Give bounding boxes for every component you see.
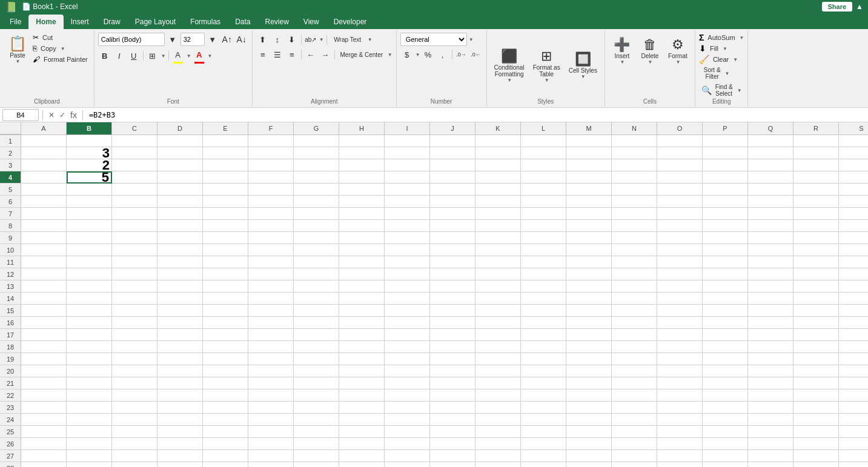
grid-body[interactable]: 1233245567891011121314151617181920212223… [0,135,868,467]
cell-F17[interactable] [248,329,294,341]
cell-N19[interactable] [612,353,657,365]
cell-S26[interactable] [839,438,868,450]
cell-D5[interactable] [157,184,203,196]
cell-E15[interactable] [203,305,248,317]
cell-E28[interactable] [203,462,248,467]
tab-home[interactable]: Home [28,15,63,29]
cell-K1[interactable] [475,135,521,147]
cell-H11[interactable] [339,256,385,268]
cell-K22[interactable] [475,389,521,402]
cell-S3[interactable] [839,159,868,171]
font-color-dropdown[interactable]: ▼ [208,53,213,59]
cell-J25[interactable] [430,426,475,438]
cell-C9[interactable] [112,232,157,244]
cell-D20[interactable] [157,365,203,377]
cell-K20[interactable] [475,365,521,377]
cell-O10[interactable] [657,244,703,256]
tab-view[interactable]: View [296,15,326,29]
cell-B6[interactable] [67,196,112,208]
cell-B9[interactable] [67,232,112,244]
cell-N14[interactable] [612,293,657,305]
tab-draw[interactable]: Draw [96,15,128,29]
col-header-K[interactable]: K [475,122,521,134]
cell-K3[interactable] [475,159,521,171]
cell-F12[interactable] [248,268,294,280]
cell-S19[interactable] [839,353,868,365]
row-header-25[interactable]: 25 [0,426,21,438]
cell-G2[interactable] [294,147,339,159]
col-header-S[interactable]: S [839,122,868,134]
cell-E26[interactable] [203,438,248,450]
cell-C23[interactable] [112,402,157,414]
col-header-A[interactable]: A [21,122,67,134]
cell-B28[interactable] [67,462,112,467]
col-header-B[interactable]: B [67,122,112,134]
cell-A20[interactable] [21,365,67,377]
cell-R23[interactable] [793,402,839,414]
delete-button[interactable]: 🗑 Delete ▼ [637,33,663,69]
cell-G7[interactable] [294,208,339,220]
cell-M26[interactable] [566,438,612,450]
cell-B13[interactable] [67,280,112,293]
cell-C1[interactable] [112,135,157,147]
cell-E27[interactable] [203,450,248,462]
cell-C14[interactable] [112,293,157,305]
cell-O6[interactable] [657,196,703,208]
cell-E7[interactable] [203,208,248,220]
cell-E20[interactable] [203,365,248,377]
cell-R25[interactable] [793,426,839,438]
cell-M8[interactable] [566,220,612,232]
cell-M24[interactable] [566,414,612,426]
cell-P21[interactable] [703,377,748,389]
cell-F15[interactable] [248,305,294,317]
cell-A24[interactable] [21,414,67,426]
cell-I22[interactable] [385,389,430,402]
row-header-8[interactable]: 8 [0,220,21,232]
cell-D21[interactable] [157,377,203,389]
cell-S6[interactable] [839,196,868,208]
cell-G19[interactable] [294,353,339,365]
cell-B18[interactable] [67,341,112,353]
cell-N1[interactable] [612,135,657,147]
cell-Q15[interactable] [748,305,793,317]
cell-B4[interactable]: 5 [67,171,112,184]
cell-J17[interactable] [430,329,475,341]
cell-N8[interactable] [612,220,657,232]
cell-P25[interactable] [703,426,748,438]
cell-D2[interactable] [157,147,203,159]
cell-M9[interactable] [566,232,612,244]
cell-G6[interactable] [294,196,339,208]
cell-N17[interactable] [612,329,657,341]
cell-C15[interactable] [112,305,157,317]
cell-O22[interactable] [657,389,703,402]
tab-formulas[interactable]: Formulas [183,15,228,29]
cell-B19[interactable] [67,353,112,365]
cell-J9[interactable] [430,232,475,244]
cell-G4[interactable] [294,171,339,184]
cell-H8[interactable] [339,220,385,232]
cell-S23[interactable] [839,402,868,414]
cell-Q3[interactable] [748,159,793,171]
cell-F28[interactable] [248,462,294,467]
cell-C26[interactable] [112,438,157,450]
font-name-dropdown[interactable]: ▼ [166,33,179,46]
cell-Q6[interactable] [748,196,793,208]
cell-D16[interactable] [157,317,203,329]
cell-E14[interactable] [203,293,248,305]
cell-L23[interactable] [521,402,566,414]
share-button[interactable]: Share [822,2,853,12]
row-header-2[interactable]: 2 [0,147,21,159]
cell-P4[interactable] [703,171,748,184]
cell-N9[interactable] [612,232,657,244]
cell-P27[interactable] [703,450,748,462]
align-left-button[interactable]: ≡ [256,48,270,61]
cell-O3[interactable] [657,159,703,171]
cell-J11[interactable] [430,256,475,268]
cell-R10[interactable] [793,244,839,256]
cell-G17[interactable] [294,329,339,341]
cell-P22[interactable] [703,389,748,402]
cell-O23[interactable] [657,402,703,414]
cell-E23[interactable] [203,402,248,414]
cell-A14[interactable] [21,293,67,305]
cell-A27[interactable] [21,450,67,462]
